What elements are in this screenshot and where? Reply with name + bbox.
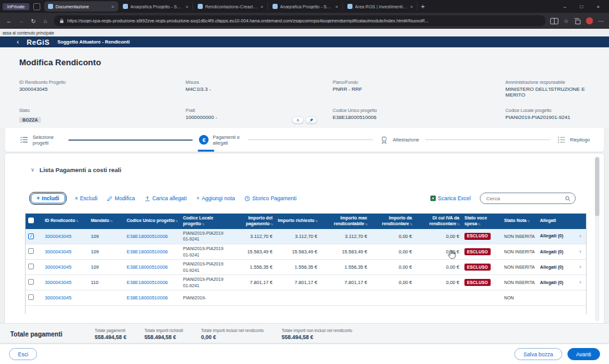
field-label: Piano/Fondo xyxy=(333,80,505,84)
allegati-link[interactable]: Allegati (0) xyxy=(540,249,564,255)
reload-icon[interactable]: ↻ xyxy=(29,18,37,24)
wizard-step-selezione-progetti[interactable]: Selezione progetti xyxy=(19,128,62,152)
includi-button[interactable]: + Includi xyxy=(31,193,65,203)
allegati-link[interactable]: Allegati (0) xyxy=(540,280,564,285)
col-allegati[interactable]: Allegati xyxy=(537,214,573,229)
profile-avatar[interactable] xyxy=(586,17,593,24)
id-rendiconto-link[interactable]: 3000043045 xyxy=(45,264,72,270)
table-row[interactable]: ✓ 3000043045 109 E38E18000510006 PIANI20… xyxy=(26,229,587,244)
url-bar[interactable]: https://sogei-spa-regis-produzione-s6t92… xyxy=(54,15,546,26)
row-chevron-icon[interactable]: › xyxy=(580,264,581,270)
cup-link[interactable]: E38E18000510006 xyxy=(127,233,168,239)
col-stato-nota[interactable]: Stato Nota↑↓ xyxy=(502,214,537,229)
col-id-rendiconto[interactable]: ID Rendiconto↑↓ xyxy=(42,214,88,229)
search-input[interactable] xyxy=(485,195,565,202)
total-value: 558.494,58 € xyxy=(281,334,352,340)
allegati-link[interactable]: Allegati (0) xyxy=(540,264,564,270)
cup-link[interactable]: E38E18000510006 xyxy=(127,295,168,301)
collapse-header-button[interactable]: ∧ xyxy=(292,116,304,123)
id-rendiconto-link[interactable]: 3000043045 xyxy=(45,295,72,301)
aggiungi-nota-button[interactable]: + Aggiungi nota xyxy=(196,195,235,202)
row-checkbox[interactable] xyxy=(28,264,34,269)
cup-link[interactable]: E38E18000510006 xyxy=(127,249,168,255)
table-row[interactable]: 3000043045 109 E38E18000510006 PIANI2019… xyxy=(26,260,587,275)
wizard-step-attestazione[interactable]: Attestazione xyxy=(379,128,419,152)
row-chevron-icon[interactable]: › xyxy=(580,279,581,285)
search-icon[interactable] xyxy=(565,196,571,202)
row-checkbox[interactable] xyxy=(28,294,34,300)
pin-header-button[interactable] xyxy=(306,116,317,123)
stato-voce-badge[interactable]: ESCLUSO xyxy=(464,264,491,271)
row-checkbox[interactable] xyxy=(28,279,34,285)
select-all-checkbox[interactable] xyxy=(28,218,34,223)
tab-actions-icon[interactable] xyxy=(33,3,40,10)
chevron-down-icon[interactable]: ∨ xyxy=(31,167,35,173)
browser-tab-2[interactable]: Anagrafica Progetto - Scheda Vi × xyxy=(119,1,193,12)
tab-close-icon[interactable]: × xyxy=(186,4,189,10)
row-chevron-icon[interactable]: › xyxy=(580,233,581,239)
col-stato-voce[interactable]: Stato voce spesa↑↓ xyxy=(462,214,502,229)
skip-to-content-link[interactable]: assa al contenuto principale xyxy=(0,29,609,36)
minimize-button[interactable]: – xyxy=(557,1,573,12)
split-screen-icon[interactable] xyxy=(550,18,558,24)
modifica-button[interactable]: Modifica xyxy=(107,195,135,202)
col-importo-richiesto[interactable]: Importo richiesto↑↓ xyxy=(275,214,320,229)
favorites-star-icon[interactable]: ☆ xyxy=(564,18,569,24)
vertical-scrollbar[interactable] xyxy=(595,156,599,321)
esci-button[interactable]: Esci xyxy=(9,348,37,360)
row-chevron-icon[interactable]: › xyxy=(580,248,581,255)
avanti-button[interactable]: Avanti xyxy=(567,348,600,360)
col-codice-locale[interactable]: Codice Locale progetto↑↓ xyxy=(180,214,228,229)
stato-voce-badge[interactable]: ESCLUSO xyxy=(464,233,491,240)
stato-voce-badge[interactable]: ESCLUSO xyxy=(464,248,491,255)
storico-pagamenti-button[interactable]: Storico Pagamenti xyxy=(244,195,296,202)
tab-close-icon[interactable]: × xyxy=(260,4,264,10)
app-header: ‹ ReGiS Soggetto Attuatore - Rendiconti xyxy=(0,36,609,47)
home-icon[interactable]: ⌂ xyxy=(42,18,49,24)
scarica-excel-button[interactable]: Scarica Excel xyxy=(430,195,471,202)
app-back-icon[interactable]: ‹ xyxy=(17,38,19,45)
cup-link[interactable]: E38E18000510006 xyxy=(127,264,168,270)
step-label: Selezione progetti xyxy=(33,134,62,146)
id-rendiconto-link[interactable]: 3000043045 xyxy=(45,280,72,285)
row-checkbox[interactable] xyxy=(28,248,34,254)
section-header[interactable]: ∨ Lista Pagamenti a costi reali xyxy=(5,154,604,173)
col-iva[interactable]: Di cui IVA da rendicontare↑↓ xyxy=(415,214,462,229)
browser-tab-4[interactable]: Anagrafica Progetto - Scheda Vi × xyxy=(269,1,343,12)
row-checkbox[interactable]: ✓ xyxy=(28,233,34,239)
wizard-step-pagamenti-allegati[interactable]: € Pagamenti e allegati xyxy=(199,128,242,152)
step-label: Riepilogo xyxy=(570,137,590,143)
table-row[interactable]: 3000043045 109 E38E18000510006 PIANI2019… xyxy=(26,244,587,260)
browser-tab-3[interactable]: Rendicontazione-Creazione nuo × xyxy=(194,1,268,12)
escludi-button[interactable]: × Escludi xyxy=(75,195,98,202)
col-codice-unico[interactable]: Codice Unico progetto↑↓ xyxy=(124,214,180,229)
screen: InPrivate Documentazione × Anagrafica Pr… xyxy=(0,0,609,364)
salva-bozza-button[interactable]: Salva bozza xyxy=(514,348,562,360)
id-rendiconto-link[interactable]: 3000043045 xyxy=(45,233,72,239)
tab-close-icon[interactable]: × xyxy=(410,4,413,10)
carica-allegati-button[interactable]: Carica allegati xyxy=(145,195,187,202)
browser-tab-1[interactable]: Documentazione × xyxy=(44,1,118,12)
col-importo-pagamento[interactable]: Importo del pagamento↑↓ xyxy=(228,214,275,229)
table-row-partial[interactable]: 3000043045 E38E18000510006 PIANI2019- NO… xyxy=(26,290,587,306)
collections-icon[interactable] xyxy=(574,18,581,24)
id-rendiconto-link[interactable]: 3000043045 xyxy=(45,249,72,255)
tab-close-icon[interactable]: × xyxy=(335,4,338,10)
browser-menu-icon[interactable]: ⋯ xyxy=(598,18,604,24)
maximize-button[interactable]: □ xyxy=(573,1,590,12)
new-tab-button[interactable]: + xyxy=(421,3,425,10)
tab-close-icon[interactable]: × xyxy=(111,4,115,10)
col-mandato[interactable]: Mandato↑↓ xyxy=(88,214,124,229)
forward-nav-icon[interactable]: → xyxy=(17,18,25,24)
scrollbar-thumb[interactable] xyxy=(595,157,599,216)
cup-link[interactable]: E38E18000510006 xyxy=(127,280,168,285)
close-window-button[interactable]: × xyxy=(590,1,606,12)
back-nav-icon[interactable]: ← xyxy=(5,18,13,24)
stato-voce-badge[interactable]: ESCLUSO xyxy=(464,279,491,286)
table-row[interactable]: 3000043045 110 E38E18000510006 PIANI2019… xyxy=(26,275,587,290)
allegati-link[interactable]: Allegati (0) xyxy=(540,233,564,239)
wizard-step-riepilogo[interactable]: Riepilogo xyxy=(557,128,590,152)
browser-tab-5[interactable]: Area RGS | Investimenti Pubblici × xyxy=(344,1,418,12)
col-importo-max[interactable]: Importo max rendicontabile↑↓ xyxy=(320,214,370,229)
col-importo-da-rendicontare[interactable]: Importo da rendicontare↑↓ xyxy=(370,214,415,229)
